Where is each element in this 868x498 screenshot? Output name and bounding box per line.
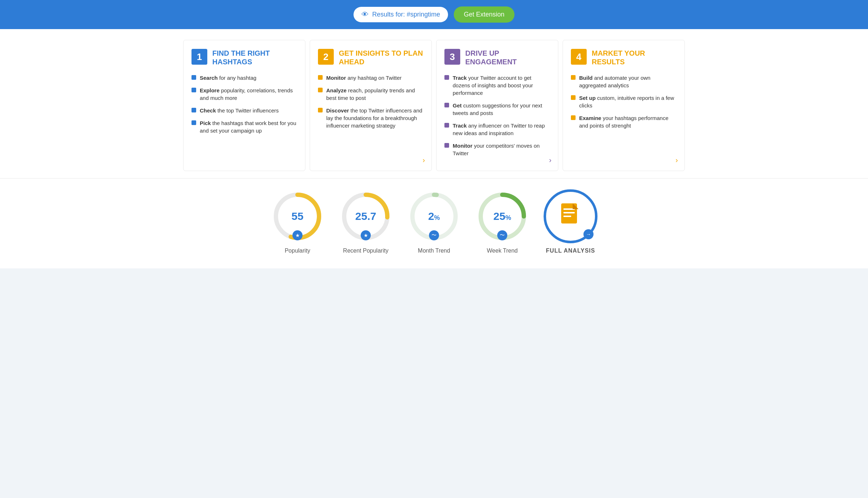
- metric-full-analysis[interactable]: →FULL ANALYSIS: [544, 189, 597, 254]
- bullet-icon: [191, 88, 196, 92]
- star-badge-icon: ★: [292, 230, 303, 240]
- list-item-text: Set up custom, intuitive reports in a fe…: [579, 94, 677, 109]
- bullet-icon: [571, 115, 576, 120]
- list-item-text: Discover the top Twitter influencers and…: [326, 107, 424, 129]
- full-analysis-circle: →: [544, 189, 597, 243]
- list-item: Monitor your competitors' moves on Twitt…: [444, 142, 550, 157]
- get-extension-button[interactable]: Get Extension: [454, 6, 514, 23]
- full-analysis-label: FULL ANALYSIS: [546, 248, 595, 254]
- eye-icon: 👁: [361, 10, 369, 19]
- header: 👁 Results for: #springtime Get Extension: [0, 0, 868, 29]
- list-item: Monitor any hashtag on Twitter: [318, 74, 424, 82]
- card-1: 1FIND THE RIGHT HASHTAGSSearch for any h…: [183, 40, 305, 171]
- card-4: 4MARKET YOUR RESULTSBuild and automate y…: [563, 40, 685, 171]
- metric-label: Popularity: [285, 248, 310, 254]
- list-item: Set up custom, intuitive reports in a fe…: [571, 94, 677, 109]
- metric-label: Recent Popularity: [343, 248, 388, 254]
- card-title-3: DRIVE UP ENGAGEMENT: [465, 49, 550, 66]
- list-item-text: Track any influencer on Twitter to reap …: [453, 122, 550, 137]
- card-number-3: 3: [444, 49, 460, 65]
- metric-value: 55: [291, 210, 303, 222]
- metric-recent-popularity: 25.7★Recent Popularity: [339, 189, 393, 254]
- list-item-text: Monitor any hashtag on Twitter: [326, 74, 402, 82]
- card-number-4: 4: [571, 49, 587, 65]
- metric-month-trend: 2%〜Month Trend: [407, 189, 461, 254]
- list-item-text: Examine your hashtags performance and po…: [579, 114, 677, 129]
- metric-label: Month Trend: [418, 248, 450, 254]
- metric-value: 25.7: [355, 210, 376, 222]
- card-number-2: 2: [318, 49, 334, 65]
- list-item: Get custom suggestions for your next twe…: [444, 102, 550, 117]
- bullet-icon: [318, 108, 323, 112]
- list-item: Examine your hashtags performance and po…: [571, 114, 677, 129]
- list-item: Check the top Twitter influencers: [191, 107, 297, 114]
- card-number-1: 1: [191, 49, 207, 65]
- arrow-badge-icon: →: [583, 229, 594, 239]
- metric-value: 2: [428, 210, 434, 222]
- card-title-1: FIND THE RIGHT HASHTAGS: [212, 49, 297, 66]
- bullet-icon: [191, 75, 196, 80]
- metric-week-trend: 25%〜Week Trend: [475, 189, 529, 254]
- bullet-icon: [191, 108, 196, 112]
- bullet-icon: [191, 120, 196, 125]
- donut-recent-popularity: 25.7★: [339, 189, 393, 243]
- card-title-4: MARKET YOUR RESULTS: [592, 49, 677, 66]
- arrow-more-button[interactable]: ›: [549, 156, 551, 164]
- svg-rect-10: [563, 212, 575, 213]
- bullet-icon: [444, 123, 449, 128]
- bullet-icon: [318, 88, 323, 92]
- card-2: 2GET INSIGHTS TO PLAN AHEADMonitor any h…: [310, 40, 432, 171]
- metric-value: 25: [493, 210, 505, 222]
- list-item: Search for any hashtag: [191, 74, 297, 82]
- svg-rect-11: [563, 216, 571, 217]
- trend-badge-icon: 〜: [429, 230, 439, 240]
- donut-popularity: 55★: [271, 189, 324, 243]
- list-item-text: Get custom suggestions for your next twe…: [453, 102, 550, 117]
- bullet-icon: [444, 143, 449, 148]
- bullet-icon: [571, 95, 576, 100]
- metric-unit: %: [505, 214, 511, 221]
- list-item: Build and automate your own aggregated a…: [571, 74, 677, 89]
- results-pill: 👁 Results for: #springtime: [354, 7, 448, 22]
- list-item-text: Track your Twitter account to get dozens…: [453, 74, 550, 97]
- metric-unit: %: [434, 214, 440, 221]
- donut-week-trend: 25%〜: [475, 189, 529, 243]
- list-item-text: Explore popularity, correlations, trends…: [200, 87, 297, 102]
- card-title-2: GET INSIGHTS TO PLAN AHEAD: [339, 49, 424, 66]
- metric-label: Week Trend: [487, 248, 518, 254]
- arrow-more-button[interactable]: ›: [675, 156, 678, 164]
- list-item: Explore popularity, correlations, trends…: [191, 87, 297, 102]
- donut-month-trend: 2%〜: [407, 189, 461, 243]
- metrics-section: 55★Popularity 25.7★Recent Popularity 2%〜…: [0, 178, 868, 268]
- list-item: Analyze reach, popularity trends and bes…: [318, 87, 424, 102]
- list-item-text: Check the top Twitter influencers: [200, 107, 279, 114]
- list-item: Discover the top Twitter influencers and…: [318, 107, 424, 129]
- list-item-text: Pick the hashtags that work best for you…: [200, 119, 297, 134]
- results-label: Results for: #springtime: [372, 11, 440, 18]
- list-item: Track any influencer on Twitter to reap …: [444, 122, 550, 137]
- list-item-text: Analyze reach, popularity trends and bes…: [326, 87, 424, 102]
- list-item-text: Build and automate your own aggregated a…: [579, 74, 677, 89]
- cards-section: 1FIND THE RIGHT HASHTAGSSearch for any h…: [0, 29, 868, 178]
- document-icon: [560, 203, 581, 229]
- bullet-icon: [318, 75, 323, 80]
- trend-badge-icon: 〜: [497, 230, 507, 240]
- list-item-text: Search for any hashtag: [200, 74, 257, 82]
- metric-popularity: 55★Popularity: [271, 189, 324, 254]
- list-item: Pick the hashtags that work best for you…: [191, 119, 297, 134]
- bullet-icon: [571, 75, 576, 80]
- star-badge-icon: ★: [361, 230, 371, 240]
- arrow-more-button[interactable]: ›: [423, 156, 425, 164]
- card-3: 3DRIVE UP ENGAGEMENTTrack your Twitter a…: [436, 40, 558, 171]
- list-item: Track your Twitter account to get dozens…: [444, 74, 550, 97]
- list-item-text: Monitor your competitors' moves on Twitt…: [453, 142, 550, 157]
- bullet-icon: [444, 103, 449, 107]
- bullet-icon: [444, 75, 449, 80]
